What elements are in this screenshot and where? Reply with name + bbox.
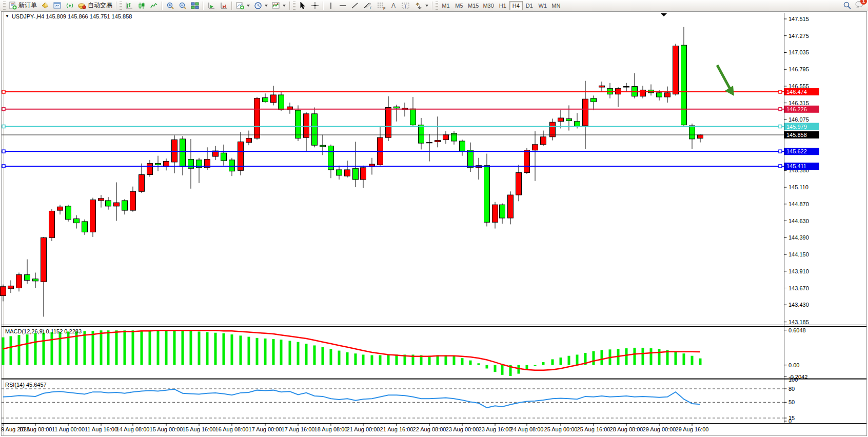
search-icon[interactable] <box>843 1 852 10</box>
line-handle[interactable] <box>779 125 782 128</box>
line-handle[interactable] <box>779 90 782 93</box>
chat-badge: 1 <box>860 0 867 5</box>
line-handle[interactable] <box>779 150 782 153</box>
timeframe-button-H1[interactable]: H1 <box>496 1 509 10</box>
candle-body <box>90 200 96 232</box>
time-tick-label: 25 Aug 16:00 <box>577 426 610 432</box>
candle-body <box>657 93 662 97</box>
candle-body <box>698 135 703 138</box>
macd-histogram-bar <box>43 333 45 365</box>
macd-histogram-bar <box>601 350 603 365</box>
arrange-windows-button[interactable] <box>189 1 201 11</box>
candle-body <box>558 118 564 122</box>
chart-title[interactable]: ▼ USDJPY-,H4 145.809 145.866 145.751 145… <box>5 13 132 19</box>
price-tick-label: 145.110 <box>788 184 808 190</box>
new-order-button[interactable]: 新订单 <box>7 1 39 11</box>
dropdown-caret-icon <box>283 5 286 7</box>
macd-histogram-bar <box>396 354 398 365</box>
candlestick-chart-icon <box>137 2 146 10</box>
line-chart-icon <box>150 2 158 10</box>
timeframe-button-MN[interactable]: MN <box>549 1 563 10</box>
macd-histogram-bar <box>100 330 103 365</box>
crosshair-icon <box>311 2 319 10</box>
candle-body <box>66 206 71 220</box>
macd-histogram-bar <box>387 354 390 365</box>
macd-histogram-bar <box>182 331 184 365</box>
timeframe-button-W1[interactable]: W1 <box>536 1 549 10</box>
rsi-axis-label: 100 <box>788 376 798 383</box>
text-label-button[interactable]: T <box>399 1 412 11</box>
bar-chart-button[interactable] <box>123 1 135 11</box>
candle-body <box>172 140 177 162</box>
macd-histogram-bar <box>330 349 332 365</box>
timeframe-button-H4[interactable]: H4 <box>509 1 523 10</box>
candlestick-chart-button[interactable] <box>135 1 148 11</box>
autotrade-button[interactable]: 自动交易 <box>76 1 114 11</box>
line-handle[interactable] <box>2 150 5 153</box>
chart-canvas[interactable]: 147.515147.275147.035146.795146.555146.3… <box>0 0 868 437</box>
channel-button[interactable]: E <box>361 1 374 11</box>
timeframe-button-M1[interactable]: M1 <box>439 1 452 10</box>
macd-histogram-bar <box>551 359 554 365</box>
line-handle[interactable] <box>2 165 5 168</box>
trendline-button[interactable] <box>349 1 361 11</box>
line-handle[interactable] <box>779 165 782 168</box>
macd-histogram-bar <box>51 332 53 365</box>
macd-histogram-bar <box>124 330 126 365</box>
macd-histogram-bar <box>223 333 225 365</box>
line-handle[interactable] <box>2 108 5 111</box>
fibonacci-button[interactable]: F <box>374 1 388 11</box>
timeframe-button-M15[interactable]: M15 <box>466 1 481 10</box>
autotrade-icon <box>78 2 86 10</box>
add-indicator-button[interactable] <box>234 1 252 11</box>
timeframe-button-D1[interactable]: D1 <box>523 1 536 10</box>
step-forward-button[interactable] <box>205 1 218 11</box>
price-tick-label: 144.630 <box>788 218 809 224</box>
macd-histogram-bar <box>642 348 644 365</box>
templates-button[interactable] <box>270 1 288 11</box>
candle-body <box>524 150 530 173</box>
chat-button[interactable]: 1 <box>855 0 864 11</box>
price-tick-label: 143.670 <box>788 285 809 291</box>
line-handle[interactable] <box>779 108 782 111</box>
zoom-out-button[interactable] <box>176 1 189 11</box>
horizontal-line-button[interactable] <box>337 1 349 11</box>
rsi-axis-label: 0 <box>788 418 792 424</box>
arrows-icon <box>415 2 423 10</box>
candle-body <box>673 46 679 94</box>
zoom-in-button[interactable] <box>164 1 176 11</box>
vertical-line-button[interactable] <box>325 1 337 11</box>
data-window-button[interactable] <box>51 1 64 11</box>
arrows-button[interactable] <box>412 1 430 11</box>
line-handle[interactable] <box>2 90 5 93</box>
cursor-button[interactable] <box>297 1 309 11</box>
signals-button[interactable] <box>64 1 76 11</box>
macd-histogram-bar <box>683 353 685 365</box>
macd-histogram-bar <box>486 365 488 369</box>
macd-histogram-bar <box>84 331 86 365</box>
crosshair-button[interactable] <box>309 1 321 11</box>
candle-body <box>312 114 318 145</box>
macd-histogram-bar <box>214 333 217 365</box>
market-watch-button[interactable] <box>39 1 51 11</box>
line-chart-button[interactable] <box>148 1 160 11</box>
macd-histogram-bar <box>165 330 168 365</box>
time-tick-label: 23 Aug 16:00 <box>479 426 512 432</box>
candle-body <box>122 201 128 210</box>
macd-histogram-bar <box>542 362 545 365</box>
step-end-button[interactable] <box>218 1 230 11</box>
autotrade-label: 自动交易 <box>88 1 112 10</box>
candle-body <box>681 45 687 125</box>
macd-histogram-bar <box>469 361 472 365</box>
signals-icon <box>66 2 74 10</box>
time-tick-label: 15 Aug 00:00 <box>150 426 183 432</box>
timeframe-button-M5[interactable]: M5 <box>452 1 466 10</box>
candle-body <box>410 109 416 125</box>
periods-button[interactable] <box>252 1 270 11</box>
candle-body <box>640 90 646 96</box>
price-tick-label: 144.870 <box>788 201 809 207</box>
candle-body <box>221 153 227 161</box>
timeframe-button-M30[interactable]: M30 <box>481 1 496 10</box>
line-handle[interactable] <box>2 125 5 128</box>
text-button[interactable]: A <box>388 1 399 11</box>
